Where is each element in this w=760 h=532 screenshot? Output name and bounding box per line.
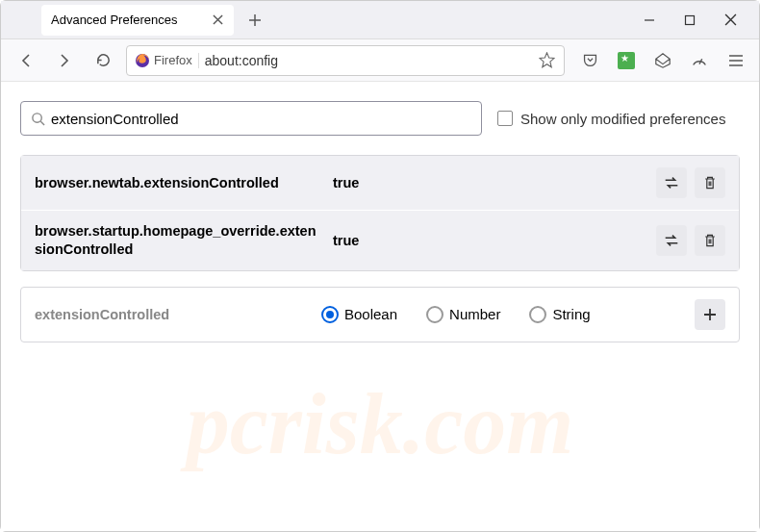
- url-text: about:config: [205, 53, 531, 68]
- radio-string[interactable]: String: [529, 306, 590, 323]
- meter-button[interactable]: [686, 47, 713, 74]
- add-pref-row: extensionControlled Boolean Number Strin…: [21, 288, 739, 342]
- firefox-icon: [135, 53, 150, 68]
- search-input[interactable]: [45, 111, 471, 127]
- pref-name: browser.newtab.extensionControlled: [35, 174, 323, 192]
- pocket-button[interactable]: [576, 47, 603, 74]
- navbar: Firefox about:config: [1, 39, 759, 82]
- back-button[interactable]: [11, 45, 41, 76]
- pref-value: true: [333, 233, 646, 248]
- bookmark-star-button[interactable]: [537, 51, 556, 70]
- add-pref-container: extensionControlled Boolean Number Strin…: [20, 287, 740, 342]
- close-window-button[interactable]: [721, 11, 740, 30]
- forward-button[interactable]: [49, 45, 80, 76]
- new-tab-button[interactable]: [241, 7, 268, 34]
- search-box[interactable]: [20, 101, 482, 136]
- search-icon: [31, 112, 45, 126]
- type-radio-group: Boolean Number String: [321, 306, 677, 323]
- addon-green-icon: [618, 52, 635, 69]
- browser-tab[interactable]: Advanced Preferences: [41, 5, 234, 36]
- svg-rect-0: [686, 15, 695, 24]
- titlebar: Advanced Preferences: [1, 1, 759, 39]
- checkbox-text: Show only modified preferences: [520, 111, 725, 127]
- add-pref-name: extensionControlled: [35, 307, 304, 322]
- show-modified-checkbox-label[interactable]: Show only modified preferences: [497, 111, 725, 127]
- add-pref-button[interactable]: [695, 299, 725, 330]
- window-controls: [640, 11, 755, 30]
- radio-label: Number: [449, 306, 500, 322]
- radio-icon: [321, 306, 339, 323]
- delete-button[interactable]: [695, 225, 725, 256]
- pref-name: browser.startup.homepage_override.extens…: [35, 222, 323, 259]
- pref-actions: [656, 225, 725, 256]
- minimize-button[interactable]: [640, 11, 659, 30]
- show-modified-checkbox[interactable]: [497, 111, 513, 126]
- close-tab-button[interactable]: [211, 13, 224, 27]
- reload-button[interactable]: [88, 45, 118, 76]
- radio-icon: [426, 306, 443, 323]
- pref-row: browser.startup.homepage_override.extens…: [21, 210, 739, 270]
- radio-label: String: [552, 306, 590, 322]
- svg-point-2: [33, 113, 41, 121]
- pref-table: browser.newtab.extensionControlled true …: [20, 155, 740, 271]
- pref-actions: [656, 167, 725, 198]
- addon-button[interactable]: [613, 47, 640, 74]
- identity-label: Firefox: [154, 53, 192, 67]
- identity-box[interactable]: Firefox: [135, 53, 199, 68]
- toggle-button[interactable]: [656, 225, 687, 256]
- inbox-button[interactable]: [649, 47, 676, 74]
- toolbar-icons: [572, 47, 749, 74]
- window: Advanced Preferences: [0, 0, 760, 532]
- watermark: pcrisk.com: [187, 374, 573, 473]
- content: Show only modified preferences browser.n…: [1, 82, 759, 531]
- radio-label: Boolean: [344, 306, 397, 322]
- radio-number[interactable]: Number: [426, 306, 500, 323]
- search-row: Show only modified preferences: [20, 101, 740, 136]
- toggle-button[interactable]: [656, 167, 687, 198]
- urlbar[interactable]: Firefox about:config: [126, 45, 565, 76]
- radio-icon: [529, 306, 546, 323]
- tab-title: Advanced Preferences: [51, 13, 178, 27]
- radio-boolean[interactable]: Boolean: [321, 306, 397, 323]
- pref-row: browser.newtab.extensionControlled true: [21, 156, 739, 210]
- delete-button[interactable]: [695, 167, 725, 198]
- pref-value: true: [333, 175, 646, 190]
- menu-button[interactable]: [722, 47, 749, 74]
- maximize-button[interactable]: [680, 11, 699, 30]
